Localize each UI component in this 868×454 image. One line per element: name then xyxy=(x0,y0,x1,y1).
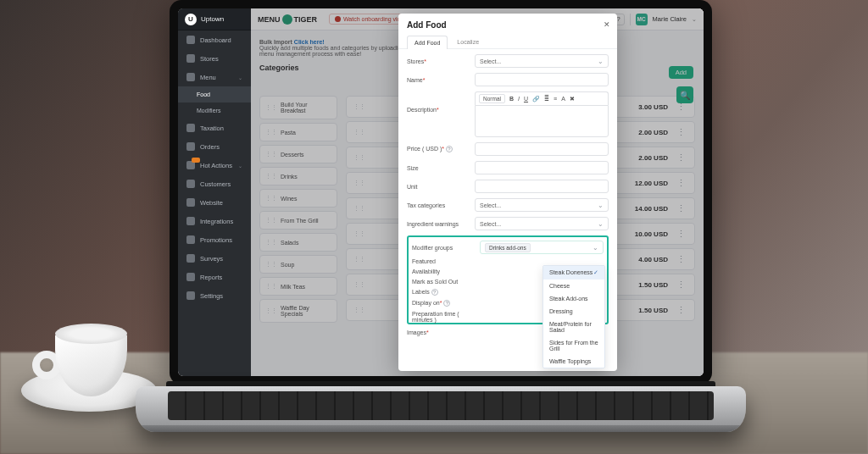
nav-surveys[interactable]: Surveys xyxy=(178,249,251,268)
nav-label: Menu xyxy=(200,74,216,81)
dropdown-option[interactable]: Sides for From the Grill xyxy=(543,336,604,340)
nav-label: Modifiers xyxy=(197,108,220,114)
nav-label: Website xyxy=(200,199,223,207)
surveys-icon xyxy=(186,254,195,263)
nav-promotions[interactable]: Promotions xyxy=(178,230,251,249)
nav-label: Customers xyxy=(200,180,231,188)
tab-add-food[interactable]: Add Food xyxy=(407,36,448,49)
field-label-displayon: Display on*? xyxy=(412,300,475,307)
website-icon xyxy=(186,198,195,207)
orders-icon xyxy=(186,142,195,151)
chevron-down-icon: ⌄ xyxy=(238,75,242,80)
field-label-availability: Availability xyxy=(412,269,475,274)
info-icon[interactable]: ? xyxy=(431,289,438,296)
dashboard-icon xyxy=(186,36,195,44)
underline-icon[interactable]: U xyxy=(524,96,528,102)
nav-website[interactable]: Website xyxy=(178,193,251,212)
nav-label: Stores xyxy=(200,55,219,63)
nav-label: Taxation xyxy=(200,125,224,132)
nav-label: Promotions xyxy=(200,236,232,244)
field-label-tax: Tax categories xyxy=(407,202,470,208)
select-placeholder: Select... xyxy=(480,202,501,208)
customers-icon xyxy=(186,180,195,188)
stores-icon xyxy=(186,54,195,63)
description-textarea[interactable] xyxy=(475,105,609,137)
stores-select[interactable]: Select... xyxy=(475,54,609,68)
field-label-price: Price ( USD )*? xyxy=(407,146,470,152)
nav-hot-actions[interactable]: Hot Actions⌄ xyxy=(178,156,251,174)
chevron-down-icon: ⌄ xyxy=(238,163,242,169)
hot-actions-icon xyxy=(186,161,195,169)
field-label-name: Name* xyxy=(407,77,470,83)
side-nav: U Uptown Dashboard Stores Menu⌄ Food Mod… xyxy=(178,8,251,376)
field-label-modifier-groups: Modifier groups xyxy=(412,245,475,251)
taxation-icon xyxy=(186,124,195,132)
info-icon[interactable]: ? xyxy=(446,146,453,152)
menu-icon xyxy=(186,73,195,81)
info-icon[interactable]: ? xyxy=(443,300,450,307)
name-input[interactable] xyxy=(475,73,609,86)
dropdown-option[interactable]: Cheese xyxy=(543,280,604,292)
promotions-icon xyxy=(186,235,195,244)
dropdown-option[interactable]: Dressing xyxy=(543,305,604,318)
modal-title: Add Food xyxy=(407,20,609,30)
dropdown-option[interactable]: Steak Add-ons xyxy=(543,292,604,305)
main-area: MENU TIGER Watch onboarding video FAQ eB… xyxy=(251,8,704,376)
workspace-name: Uptown xyxy=(201,15,224,23)
nav-menu[interactable]: Menu⌄ xyxy=(178,68,251,86)
tax-select[interactable]: Select... xyxy=(475,198,609,212)
link-icon[interactable]: 🔗 xyxy=(532,96,540,102)
nav-customers[interactable]: Customers xyxy=(178,174,251,193)
settings-icon xyxy=(186,291,195,300)
laptop: U Uptown Dashboard Stores Menu⌄ Food Mod… xyxy=(144,0,737,440)
field-label-prep: Preparation time ( minutes ) xyxy=(412,311,475,323)
nav-orders[interactable]: Orders xyxy=(178,137,251,156)
field-label-featured: Featured xyxy=(412,258,475,264)
nav-modifiers[interactable]: Modifiers xyxy=(178,102,251,119)
dropdown-option[interactable]: Meat/Protein for Salad xyxy=(543,318,604,336)
numbered-list-icon[interactable]: ≡ xyxy=(554,96,557,102)
nav-dashboard[interactable]: Dashboard xyxy=(178,30,251,49)
nav-reports[interactable]: Reports xyxy=(178,268,251,286)
nav-settings[interactable]: Settings xyxy=(178,286,251,305)
field-label-description: Description* xyxy=(407,91,470,113)
italic-icon[interactable]: I xyxy=(518,96,520,102)
close-icon[interactable]: ✕ xyxy=(604,20,610,29)
field-label-labels: Labels? xyxy=(412,289,475,296)
nav-label: Food xyxy=(197,91,210,97)
reports-icon xyxy=(186,273,195,281)
bold-icon[interactable]: B xyxy=(509,96,514,102)
nav-label: Dashboard xyxy=(200,36,231,44)
clear-format-icon[interactable]: ✖ xyxy=(570,96,575,102)
warnings-select[interactable]: Select... xyxy=(475,217,609,230)
app-screen: U Uptown Dashboard Stores Menu⌄ Food Mod… xyxy=(178,8,704,376)
list-icon[interactable]: ≣ xyxy=(544,96,549,102)
select-placeholder: Select... xyxy=(480,221,501,227)
select-placeholder: Select... xyxy=(480,58,501,64)
field-label-warnings: Ingredient warnings xyxy=(407,221,470,227)
nav-label: Surveys xyxy=(200,255,223,263)
nav-label: Reports xyxy=(200,274,222,281)
font-icon[interactable]: A xyxy=(561,96,565,102)
nav-food[interactable]: Food xyxy=(178,86,251,102)
modifier-groups-select[interactable]: Drinks add-ons xyxy=(480,241,604,254)
selected-chip[interactable]: Drinks add-ons xyxy=(485,243,531,252)
rich-text-toolbar[interactable]: Normal B I U 🔗 ≣ ≡ A ✖ xyxy=(475,91,609,105)
nav-taxation[interactable]: Taxation xyxy=(178,119,251,137)
unit-input[interactable] xyxy=(475,180,609,193)
nav-label: Orders xyxy=(200,143,220,151)
dropdown-option[interactable]: Steak Doneness xyxy=(543,266,604,280)
nav-integrations[interactable]: Integrations xyxy=(178,212,251,230)
add-food-modal: Add Food ✕ Add Food Localize Stores* Sel… xyxy=(398,14,617,371)
field-label-unit: Unit xyxy=(407,184,470,190)
format-select[interactable]: Normal xyxy=(479,94,505,103)
tab-localize[interactable]: Localize xyxy=(449,35,487,48)
workspace-switcher[interactable]: U Uptown xyxy=(178,8,251,30)
modifier-groups-callout: Modifier groups Drinks add-ons Featured … xyxy=(407,235,609,324)
field-label-images: Images* xyxy=(407,329,470,335)
workspace-avatar: U xyxy=(185,14,197,25)
nav-stores[interactable]: Stores xyxy=(178,49,251,68)
price-input[interactable] xyxy=(475,142,609,156)
size-input[interactable] xyxy=(475,161,609,174)
field-label-soldout: Mark as Sold Out xyxy=(412,279,475,285)
